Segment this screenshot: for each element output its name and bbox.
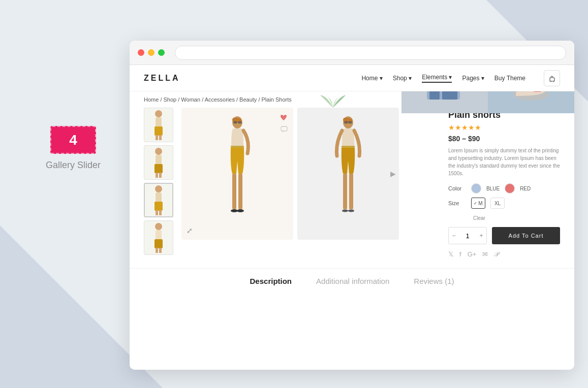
thumb-figure-4	[148, 222, 169, 253]
svg-rect-23	[156, 192, 162, 203]
heart-icon	[279, 113, 288, 122]
svg-point-34	[233, 121, 237, 124]
svg-rect-30	[156, 248, 158, 253]
color-name-red: RED	[520, 186, 531, 191]
browser-dot-maximize[interactable]	[158, 49, 165, 56]
svg-rect-48	[349, 174, 353, 209]
thumbnail-list	[144, 108, 173, 260]
color-swatch-red[interactable]	[505, 183, 515, 193]
google-plus-icon[interactable]: G+	[468, 250, 477, 258]
thumb-figure-2	[148, 147, 169, 178]
color-label: Color	[448, 185, 466, 191]
tab-additional-info-label: Additional information	[316, 277, 389, 285]
svg-rect-9	[550, 78, 554, 81]
svg-rect-21	[159, 173, 162, 178]
color-option-row: Color BLUE RED	[448, 183, 560, 193]
nav-link-shop[interactable]: Shop ▾	[393, 75, 412, 82]
svg-rect-38	[232, 174, 236, 209]
svg-rect-24	[154, 202, 163, 211]
size-option-xl[interactable]: XL	[490, 198, 505, 209]
facebook-icon[interactable]: f	[459, 250, 461, 258]
svg-rect-15	[156, 135, 158, 140]
address-bar[interactable]	[175, 46, 566, 60]
browser-dot-minimize[interactable]	[148, 49, 154, 56]
svg-rect-28	[156, 230, 162, 240]
quantity-value: 1	[459, 232, 476, 240]
browser-window: ZELLA Home ▾ Shop ▾ Elements ▾ Pages ▾ B…	[130, 41, 574, 370]
wishlist-button[interactable]	[279, 113, 288, 124]
svg-rect-13	[156, 117, 162, 127]
expand-icon[interactable]: ⤢	[187, 227, 193, 235]
quantity-add-row: − 1 + Add To Cart	[448, 227, 560, 244]
svg-rect-25	[156, 210, 158, 215]
site-content: ZELLA Home ▾ Shop ▾ Elements ▾ Pages ▾ B…	[130, 65, 574, 370]
clear-size-link[interactable]: Clear	[473, 215, 485, 221]
quantity-decrease[interactable]: −	[449, 227, 459, 244]
svg-point-22	[155, 185, 162, 192]
nav-link-elements[interactable]: Elements ▾	[422, 74, 452, 83]
nav-links: Home ▾ Shop ▾ Elements ▾ Pages ▾ Buy The…	[361, 70, 560, 86]
tab-additional-info[interactable]: Additional information	[316, 277, 389, 285]
quantity-input: − 1 +	[448, 227, 487, 244]
browser-dots	[138, 49, 165, 56]
browser-chrome	[130, 41, 574, 65]
thumb-figure-3	[148, 185, 169, 215]
color-swatch-blue[interactable]	[471, 183, 481, 193]
breadcrumb-text: Home / Shop / Woman / Accessories / Beau…	[144, 96, 292, 103]
svg-rect-20	[156, 173, 158, 178]
badge-label: Gallery Slider	[46, 160, 101, 171]
product-area: ⤢	[130, 108, 574, 260]
svg-rect-37	[231, 146, 244, 148]
product-stars: ★★★★★	[448, 123, 560, 132]
tab-description[interactable]: Description	[250, 277, 292, 285]
size-option-m[interactable]: M	[471, 198, 485, 209]
svg-point-12	[155, 110, 162, 117]
pinterest-icon[interactable]: 𝒫	[494, 250, 499, 258]
leaves-svg	[318, 92, 348, 110]
email-icon[interactable]: ✉	[482, 250, 488, 258]
svg-point-41	[237, 209, 244, 212]
svg-rect-31	[159, 248, 162, 253]
nav-link-home[interactable]: Home ▾	[361, 75, 382, 82]
feature-number-badge: 4	[50, 126, 96, 154]
svg-point-40	[231, 209, 238, 212]
svg-rect-26	[159, 210, 162, 215]
quantity-increase[interactable]: +	[476, 227, 486, 244]
twitter-icon[interactable]: 𝕏	[448, 250, 453, 258]
cart-icon[interactable]	[544, 70, 560, 86]
size-label: Size	[448, 200, 466, 206]
thumbnail-2[interactable]	[144, 145, 173, 180]
product-price: $80 – $90	[448, 135, 560, 143]
tab-description-label: Description	[250, 277, 292, 285]
svg-rect-14	[154, 126, 163, 136]
main-figure-2-svg	[323, 115, 374, 232]
site-nav: ZELLA Home ▾ Shop ▾ Elements ▾ Pages ▾ B…	[130, 65, 574, 91]
nav-link-buy-theme[interactable]: Buy Theme	[494, 75, 525, 82]
product-description: Lorem Ipsum is simply dummy text of the …	[448, 147, 560, 177]
svg-point-11	[553, 81, 554, 82]
site-logo: ZELLA	[144, 74, 180, 83]
add-to-cart-button[interactable]: Add To Cart	[492, 227, 560, 244]
feature-badge-container: 4 Gallery Slider	[46, 126, 101, 171]
svg-point-50	[348, 210, 354, 212]
svg-rect-46	[342, 146, 355, 148]
browser-dot-close[interactable]	[138, 49, 144, 56]
thumbnail-4[interactable]	[144, 220, 173, 255]
svg-rect-29	[154, 239, 163, 248]
thumbnail-3[interactable]	[144, 183, 173, 217]
badge-number: 4	[69, 132, 77, 148]
product-tabs-bar: Description Additional information Revie…	[130, 268, 574, 294]
tab-reviews[interactable]: Reviews (1)	[414, 277, 454, 285]
decoration-leaves	[318, 92, 348, 114]
thumbnail-1[interactable]	[144, 108, 173, 142]
main-product-image-1: ⤢	[181, 108, 293, 240]
nav-link-pages[interactable]: Pages ▾	[462, 75, 484, 82]
svg-point-35	[238, 121, 242, 124]
main-figure-1-svg	[212, 115, 263, 232]
next-image-icon[interactable]: ▶	[390, 170, 396, 178]
comment-icon[interactable]	[280, 125, 288, 136]
svg-rect-47	[343, 174, 347, 209]
comment-svg	[280, 125, 288, 134]
svg-point-10	[550, 81, 551, 82]
product-images: ⤢	[181, 108, 440, 260]
